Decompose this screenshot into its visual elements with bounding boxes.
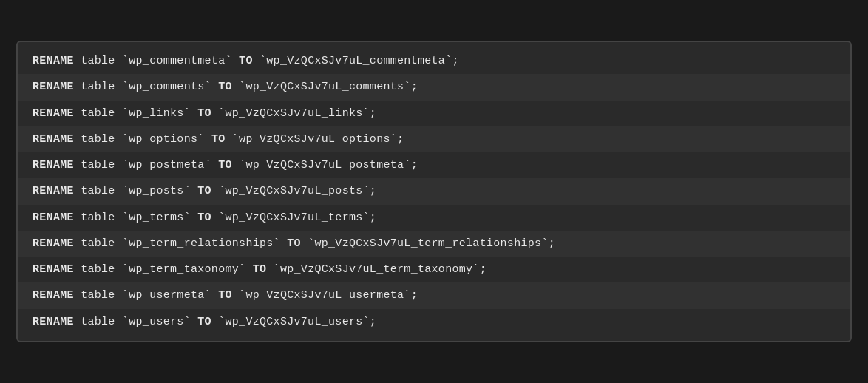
keyword-table: table <box>81 316 115 328</box>
keyword-table: table <box>81 133 115 146</box>
semicolon: ; <box>549 237 555 250</box>
table-to: `wp_VzQCxSJv7uL_posts` <box>218 185 370 197</box>
table-to: `wp_VzQCxSJv7uL_commentmeta` <box>260 55 452 67</box>
keyword-rename: RENAME <box>33 107 74 120</box>
semicolon: ; <box>411 81 418 93</box>
table-to: `wp_VzQCxSJv7uL_term_taxonomy` <box>274 263 480 276</box>
keyword-rename: RENAME <box>33 55 74 67</box>
keyword-to: TO <box>253 263 267 276</box>
keyword-rename: RENAME <box>33 237 74 250</box>
table-to: `wp_VzQCxSJv7uL_comments` <box>239 81 411 93</box>
semicolon: ; <box>480 263 486 276</box>
table-from: `wp_commentmeta` <box>122 55 232 67</box>
table-to: `wp_VzQCxSJv7uL_term_relationships` <box>308 237 549 250</box>
semicolon: ; <box>370 185 376 197</box>
table-from: `wp_posts` <box>122 185 191 197</box>
keyword-to: TO <box>218 289 232 302</box>
keyword-rename: RENAME <box>33 316 74 328</box>
keyword-table: table <box>81 263 115 276</box>
table-from: `wp_term_taxonomy` <box>122 263 245 276</box>
code-line: RENAME table `wp_users` TO `wp_VzQCxSJv7… <box>18 309 850 335</box>
semicolon: ; <box>370 211 376 224</box>
keyword-to: TO <box>197 185 211 197</box>
keyword-table: table <box>81 159 115 172</box>
code-line: RENAME table `wp_usermeta` TO `wp_VzQCxS… <box>18 282 850 308</box>
table-from: `wp_links` <box>122 107 191 120</box>
semicolon: ; <box>370 107 376 120</box>
keyword-table: table <box>81 237 115 250</box>
table-from: `wp_usermeta` <box>122 289 211 302</box>
keyword-rename: RENAME <box>33 185 74 197</box>
table-from: `wp_users` <box>122 316 191 328</box>
table-from: `wp_options` <box>122 133 205 146</box>
keyword-table: table <box>81 211 115 224</box>
keyword-to: TO <box>239 55 253 67</box>
code-line: RENAME table `wp_options` TO `wp_VzQCxSJ… <box>18 126 850 152</box>
table-to: `wp_VzQCxSJv7uL_users` <box>218 316 370 328</box>
keyword-to: TO <box>211 133 226 146</box>
table-from: `wp_terms` <box>122 211 191 224</box>
keyword-to: TO <box>218 81 232 93</box>
table-to: `wp_VzQCxSJv7uL_options` <box>232 133 397 146</box>
keyword-table: table <box>81 107 115 120</box>
keyword-rename: RENAME <box>33 263 74 276</box>
code-line: RENAME table `wp_term_relationships` TO … <box>18 231 850 257</box>
keyword-to: TO <box>197 211 211 224</box>
code-line: RENAME table `wp_comments` TO `wp_VzQCxS… <box>18 74 850 100</box>
code-line: RENAME table `wp_posts` TO `wp_VzQCxSJv7… <box>18 178 850 204</box>
semicolon: ; <box>411 289 418 302</box>
code-line: RENAME table `wp_commentmeta` TO `wp_VzQ… <box>18 48 850 74</box>
code-block: RENAME table `wp_commentmeta` TO `wp_VzQ… <box>16 41 852 342</box>
keyword-table: table <box>81 55 115 67</box>
keyword-rename: RENAME <box>33 133 74 146</box>
keyword-to: TO <box>197 316 211 328</box>
code-line: RENAME table `wp_term_taxonomy` TO `wp_V… <box>18 257 850 282</box>
semicolon: ; <box>397 133 404 146</box>
keyword-to: TO <box>218 159 232 172</box>
semicolon: ; <box>411 159 418 172</box>
keyword-rename: RENAME <box>33 159 74 172</box>
semicolon: ; <box>370 316 376 328</box>
semicolon: ; <box>452 55 458 67</box>
code-line: RENAME table `wp_terms` TO `wp_VzQCxSJv7… <box>18 205 850 231</box>
keyword-to: TO <box>197 107 211 120</box>
table-from: `wp_term_relationships` <box>122 237 280 250</box>
keyword-table: table <box>81 81 115 93</box>
keyword-rename: RENAME <box>33 211 74 224</box>
table-to: `wp_VzQCxSJv7uL_postmeta` <box>239 159 411 172</box>
code-line: RENAME table `wp_postmeta` TO `wp_VzQCxS… <box>18 152 850 178</box>
table-to: `wp_VzQCxSJv7uL_links` <box>218 107 370 120</box>
keyword-to: TO <box>287 237 301 250</box>
table-to: `wp_VzQCxSJv7uL_terms` <box>218 211 370 224</box>
code-line: RENAME table `wp_links` TO `wp_VzQCxSJv7… <box>18 101 850 126</box>
keyword-table: table <box>81 185 115 197</box>
table-from: `wp_comments` <box>122 81 211 93</box>
table-from: `wp_postmeta` <box>122 159 211 172</box>
keyword-rename: RENAME <box>33 81 74 93</box>
keyword-table: table <box>81 289 115 302</box>
keyword-rename: RENAME <box>33 289 74 302</box>
table-to: `wp_VzQCxSJv7uL_usermeta` <box>239 289 411 302</box>
